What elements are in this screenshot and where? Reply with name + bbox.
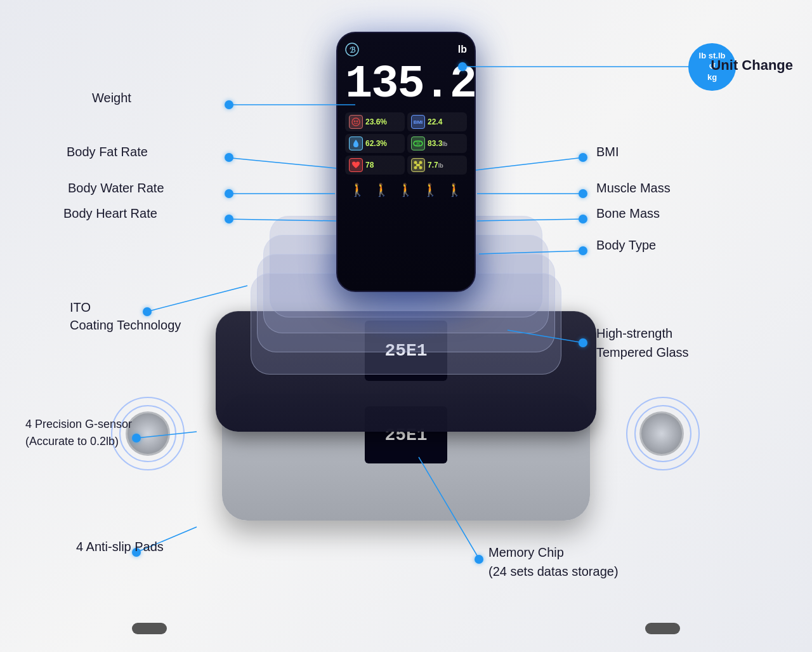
dot-memory: [475, 555, 483, 564]
body-type-2: 🚶: [374, 182, 390, 197]
unit-change-label: Unit Change: [710, 57, 793, 74]
body-type-3: 🚶: [398, 182, 414, 197]
water-icon: [349, 136, 363, 150]
dot-glass: [579, 338, 587, 347]
dot-bodytype: [579, 246, 587, 255]
display-top: ℬ lb: [345, 43, 467, 57]
dot-heart: [225, 215, 233, 223]
label-fat: Body Fat Rate: [67, 145, 148, 159]
bone-icon: [411, 158, 425, 172]
svg-point-18: [357, 121, 358, 123]
label-ito: ITOCoating Technology: [70, 298, 181, 334]
bluetooth-icon: ℬ: [345, 43, 359, 57]
label-weight: Weight: [92, 91, 131, 105]
phone-display: ℬ lb 135.2 23.6% BMI 22.4: [336, 32, 476, 292]
dot-weight: [225, 100, 233, 109]
svg-point-19: [414, 141, 422, 146]
label-sensor: 4 Precision G-sensor(Accurate to 0.2lb): [25, 416, 132, 450]
heart-value: 78: [365, 161, 374, 170]
svg-point-25: [419, 166, 422, 170]
svg-line-7: [476, 157, 584, 170]
body-type-5: 🚶: [447, 182, 462, 197]
dot-sensor: [132, 434, 141, 442]
label-pads: 4 Anti-slip Pads: [76, 540, 164, 554]
metric-bone: 7.7lb: [407, 156, 467, 175]
dot-unit: [458, 62, 467, 71]
sensor-tl: [126, 411, 170, 456]
svg-point-17: [354, 121, 356, 123]
dot-water: [225, 189, 233, 198]
fat-value: 23.6%: [365, 117, 387, 126]
metric-bmi: BMI 22.4: [407, 112, 467, 131]
metric-fat: 23.6%: [345, 112, 405, 131]
label-bmi: BMI: [596, 145, 619, 159]
svg-text:ℬ: ℬ: [350, 46, 356, 55]
page-container: Weight Body Fat Rate Body Water Rate Bod…: [0, 0, 812, 652]
body-type-row: 🚶 🚶 🚶 🚶 🚶: [345, 180, 467, 200]
muscle-icon: [411, 136, 425, 150]
svg-point-16: [352, 118, 360, 126]
display-unit: lb: [458, 44, 467, 55]
bone-value: 7.7lb: [428, 161, 443, 170]
sensor-tr: [639, 411, 684, 456]
label-glass: High-strengthTempered Glass: [596, 324, 689, 362]
svg-line-1: [225, 157, 336, 168]
display-content: ℬ lb 135.2 23.6% BMI 22.4: [337, 33, 475, 210]
metric-water: 62.3%: [345, 134, 405, 153]
label-bodytype: Body Type: [596, 238, 656, 253]
water-value: 62.3%: [365, 139, 387, 148]
heart-icon: [349, 158, 363, 172]
dot-bone: [579, 215, 587, 223]
label-memory: Memory Chip(24 sets datas storage): [488, 543, 619, 581]
muscle-value: 83.3lb: [428, 139, 447, 148]
label-water: Body Water Rate: [68, 181, 164, 196]
dot-muscle: [579, 189, 587, 198]
bmi-value: 22.4: [428, 117, 442, 126]
label-heart: Body Heart Rate: [63, 206, 157, 221]
metric-heart: 78: [345, 156, 405, 175]
pad-bl: [132, 623, 167, 634]
bmi-icon: BMI: [411, 115, 425, 129]
fat-icon: [349, 115, 363, 129]
label-bone: Bone Mass: [596, 206, 660, 221]
display-weight: 135.2: [345, 62, 467, 107]
display-grid: 23.6% BMI 22.4 62.3%: [345, 112, 467, 175]
body-type-1: 🚶: [350, 182, 365, 197]
dot-bmi: [579, 153, 587, 162]
svg-point-22: [414, 161, 417, 164]
svg-point-24: [414, 166, 417, 170]
dot-fat: [225, 153, 233, 162]
body-type-4: 🚶: [422, 182, 438, 197]
svg-point-23: [419, 161, 422, 164]
svg-rect-26: [416, 164, 420, 166]
pad-br: [645, 623, 680, 634]
label-muscle: Muscle Mass: [596, 181, 671, 196]
metric-muscle: 83.3lb: [407, 134, 467, 153]
